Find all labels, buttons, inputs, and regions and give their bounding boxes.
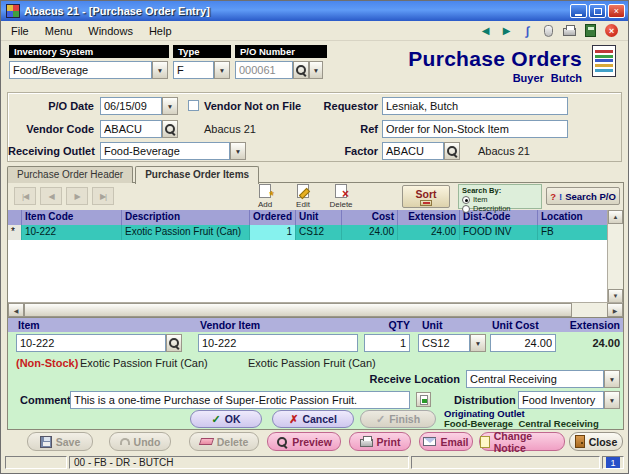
comment-lookup-button[interactable] [416,392,431,407]
requestor-label: Requestor [300,100,378,112]
scrollbar-thumb[interactable] [24,303,572,317]
po-number-search-icon[interactable] [293,61,309,79]
vendor-not-on-file-checkbox[interactable] [188,100,199,111]
col-description[interactable]: Description [122,210,250,225]
nav-last-button[interactable]: ▶| [92,187,114,205]
finish-button[interactable]: ✓ Finish [360,410,436,428]
receiving-outlet-dropdown-icon[interactable]: ▼ [230,142,246,160]
scroll-icon[interactable]: ∫ [519,23,536,39]
po-date-dropdown-icon[interactable]: ▼ [162,97,178,115]
add-button[interactable]: Add [248,184,282,209]
factor-search-icon[interactable] [444,142,460,160]
po-date-label: P/O Date [8,100,94,112]
calculator-icon[interactable] [582,23,599,39]
delete-button[interactable]: Delete [324,184,358,209]
vendor-name-text: Abacus 21 [204,123,256,135]
mouse-icon[interactable] [540,23,557,39]
tab-purchase-order-items[interactable]: Purchase Order Items [135,166,259,184]
table-row[interactable]: * 10-222 Exotic Passion Fruit (Can) 1 CS… [8,225,623,240]
save-button[interactable]: Save [27,432,93,451]
scroll-right-icon[interactable]: ▶ [607,303,623,317]
detail-vendor-item-input[interactable] [198,334,358,352]
nav-prev-button[interactable]: ◀ [40,187,62,205]
receiving-outlet-select[interactable] [100,142,230,160]
vertical-scrollbar[interactable]: ▲ ▼ [607,210,623,303]
requestor-input[interactable] [382,97,568,115]
undo-button[interactable]: Undo [109,432,171,451]
close-button[interactable]: × [608,4,625,18]
tab-purchase-order-header[interactable]: Purchase Order Header [7,166,133,183]
cancel-button[interactable]: ✗ Cancel [272,410,354,428]
detail-unit-select[interactable] [418,334,470,352]
door-icon [575,435,585,448]
menu-file[interactable]: File [3,23,37,39]
exit-icon[interactable]: × [603,23,620,39]
scroll-down-icon[interactable]: ▼ [608,289,623,303]
type-select[interactable] [173,61,214,79]
col-unit[interactable]: Unit [296,210,342,225]
nav-back-icon[interactable]: ◀ [477,23,494,39]
detail-item-search-icon[interactable] [166,334,182,352]
po-date-input[interactable] [100,97,162,115]
close-window-button[interactable]: Close [569,432,623,451]
cell-location: FB [538,225,607,240]
vendor-code-input[interactable] [100,120,162,138]
receive-location-select[interactable] [466,370,604,388]
ok-button[interactable]: ✓ OK [190,410,262,428]
printer-icon[interactable] [561,23,578,39]
horizontal-scrollbar[interactable]: ◀ ▶ [8,302,623,317]
cell-extension: 24.00 [398,225,460,240]
ref-input[interactable] [382,120,568,138]
search-by-item-radio[interactable] [462,196,470,204]
edit-button[interactable]: Edit [286,184,320,209]
detail-qty-input[interactable] [364,334,410,352]
title-bar[interactable]: Abacus 21 - [Purchase Order Entry] × [1,1,628,21]
inventory-system-dropdown-icon[interactable]: ▼ [152,61,168,79]
detail-label-band: Item Vendor Item QTY Unit Unit Cost Exte… [8,318,623,332]
nav-next-button[interactable]: ▶ [66,187,88,205]
detail-item-input[interactable] [16,334,166,352]
search-po-button[interactable]: ?! Search P/O [546,187,620,205]
comment-input[interactable] [70,391,410,409]
factor-input[interactable] [382,142,444,160]
sort-button[interactable]: Sort [402,185,450,208]
menu-menu[interactable]: Menu [37,23,81,39]
detail-unit-label: Unit [422,319,442,331]
purchase-orders-logo-icon [592,45,616,77]
col-item-code[interactable]: Item Code [22,210,122,225]
menu-help[interactable]: Help [141,23,180,39]
nav-first-button[interactable]: |◀ [14,187,36,205]
scroll-left-icon[interactable]: ◀ [8,303,24,317]
menu-windows[interactable]: Windows [80,23,141,39]
email-button[interactable]: Email [419,432,473,451]
distribution-dropdown-icon[interactable]: ▼ [604,391,620,409]
receive-location-dropdown-icon[interactable]: ▼ [604,370,620,388]
col-cost[interactable]: Cost [342,210,398,225]
delete-record-button[interactable]: Delete [189,432,259,451]
items-toolbar: |◀ ◀ ▶ ▶| Add Edit Delete Sort Search By [8,183,623,210]
items-panel: |◀ ◀ ▶ ▶| Add Edit Delete Sort Search By [7,182,624,318]
edit-icon [297,184,309,198]
col-extension[interactable]: Extension [398,210,460,225]
vendor-code-search-icon[interactable] [162,120,178,138]
detail-unit-dropdown-icon[interactable]: ▼ [470,334,486,352]
inventory-system-select[interactable] [9,61,152,79]
col-location[interactable]: Location [538,210,607,225]
col-ordered[interactable]: Ordered [250,210,296,225]
preview-button[interactable]: Preview [267,432,341,451]
detail-unit-cost-input[interactable] [490,334,556,352]
type-dropdown-icon[interactable]: ▼ [214,61,230,79]
po-number-input[interactable] [235,61,293,79]
search-by-description-radio[interactable] [462,205,470,213]
undo-icon [120,438,130,445]
maximize-button[interactable] [589,4,606,18]
po-number-dropdown-icon[interactable]: ▼ [309,61,323,79]
change-notice-button[interactable]: Change Notice [479,432,565,451]
minimize-button[interactable] [570,4,587,18]
print-button[interactable]: Print [349,432,411,451]
nav-forward-icon[interactable]: ▶ [498,23,515,39]
edit-label: Edit [286,200,320,209]
scroll-up-icon[interactable]: ▲ [608,210,623,224]
distribution-select[interactable] [518,391,604,409]
preview-icon [276,436,288,448]
